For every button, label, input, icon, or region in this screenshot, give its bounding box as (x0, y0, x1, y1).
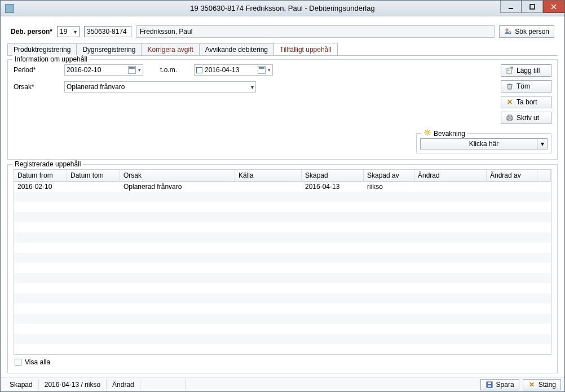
window-title: 19 350630-8174 Fredriksson, Paul - Debit… (190, 4, 374, 12)
table-header: Datum from Datum tom Orsak Källa Skapad … (14, 170, 551, 182)
col-skapad-av[interactable]: Skapad av (364, 170, 414, 181)
person-label: Deb. person* (11, 28, 52, 36)
svg-line-18 (429, 134, 430, 135)
clear-label: Töm (517, 82, 530, 90)
svg-line-19 (425, 134, 426, 135)
maximize-button[interactable] (522, 1, 543, 13)
tab-produktregistrering[interactable]: Produktregistrering (7, 43, 77, 55)
svg-point-12 (426, 131, 429, 134)
col-kalla[interactable]: Källa (235, 170, 302, 181)
show-all-checkbox[interactable] (15, 359, 21, 365)
svg-rect-22 (488, 382, 491, 384)
chevron-down-icon: ▾ (138, 67, 141, 73)
app-icon (5, 4, 14, 13)
century-value: 19 (60, 28, 67, 36)
bevakning-legend: Bevakning (421, 129, 467, 138)
cell-kalla (235, 182, 302, 192)
status-changed-value (140, 380, 186, 390)
cell-spacer (537, 182, 551, 192)
svg-line-20 (429, 130, 430, 131)
calendar-icon (258, 66, 266, 74)
status-created-label: Skapad (4, 380, 39, 390)
col-skapad[interactable]: Skapad (302, 170, 364, 181)
information-fieldset: Information om uppehåll Period* 2016-02-… (7, 59, 558, 160)
calendar-icon (128, 66, 136, 74)
svg-point-5 (509, 32, 511, 34)
col-datum-from[interactable]: Datum from (14, 170, 67, 181)
svg-rect-23 (488, 385, 491, 387)
save-icon (485, 381, 493, 389)
delete-label: Ta bort (517, 98, 537, 106)
close-button[interactable]: ✕ Stäng (523, 379, 561, 390)
svg-point-4 (506, 29, 508, 31)
century-select[interactable]: 19 ▾ (57, 26, 80, 37)
search-person-button[interactable]: Sök person (499, 25, 554, 38)
orsak-label: Orsak* (14, 83, 59, 91)
chevron-down-icon: ▾ (537, 139, 547, 149)
cell-orsak: Oplanerad frånvaro (120, 182, 235, 192)
titlebar: 19 350630-8174 Fredriksson, Paul - Debit… (1, 1, 564, 16)
lightbulb-icon (423, 129, 431, 138)
col-andrad-av[interactable]: Ändrad av (487, 170, 537, 181)
minimize-button[interactable] (500, 1, 522, 13)
uppehall-table: Datum from Datum tom Orsak Källa Skapad … (14, 169, 551, 355)
show-all-label: Visa alla (25, 358, 50, 366)
content-area: Deb. person* 19 ▾ Sök person (1, 16, 564, 377)
bevakning-legend-text: Bevakning (434, 130, 465, 138)
period-to-checkbox[interactable] (196, 67, 202, 73)
cell-skapad: 2016-04-13 (302, 182, 364, 192)
chevron-down-icon: ▾ (268, 67, 271, 73)
col-orsak[interactable]: Orsak (120, 170, 235, 181)
app-window: 19 350630-8174 Fredriksson, Paul - Debit… (0, 0, 565, 392)
add-button[interactable]: + Lägg till (501, 64, 551, 77)
svg-rect-10 (508, 115, 511, 117)
col-datum-tom[interactable]: Datum tom (67, 170, 120, 181)
chevron-down-icon: ▾ (74, 29, 77, 35)
period-to-value: 2016-04-13 (205, 66, 239, 74)
registered-legend: Registrerade uppehåll (12, 160, 83, 168)
tab-dygnsregistrering[interactable]: Dygnsregistrering (76, 43, 142, 55)
action-column: + Lägg till Töm ✕ Ta bort (501, 64, 551, 124)
bevakning-fieldset: Bevakning Klicka här ▾ (416, 133, 551, 153)
save-label: Spara (496, 381, 514, 389)
cell-datum-tom (67, 182, 120, 192)
period-from-value: 2016-02-10 (67, 66, 101, 74)
information-legend: Information om uppehåll (12, 55, 90, 63)
cell-andrad (414, 182, 487, 192)
col-andrad[interactable]: Ändrad (414, 170, 487, 181)
period-to-input[interactable]: 2016-04-13 ▾ (194, 64, 273, 76)
close-label: Stäng (538, 381, 556, 389)
clear-button[interactable]: Töm (501, 80, 551, 93)
status-bar: Skapad 2016-04-13 / riikso Ändrad Spara … (1, 377, 564, 391)
tab-avvikande-debitering[interactable]: Avvikande debitering (199, 43, 274, 55)
trash-icon (506, 82, 514, 90)
delete-button[interactable]: ✕ Ta bort (501, 96, 551, 108)
tab-tillfalligt-uppehall[interactable]: Tillfälligt uppehåll (273, 43, 338, 55)
tom-label: t.o.m. (149, 66, 188, 74)
period-from-input[interactable]: 2016-02-10 ▾ (64, 64, 143, 76)
col-spacer (537, 170, 551, 181)
save-button[interactable]: Spara (480, 379, 519, 390)
delete-icon: ✕ (506, 98, 514, 106)
personal-number-input[interactable] (84, 26, 131, 37)
close-window-button[interactable] (543, 1, 564, 13)
table-row[interactable]: 2016-02-10 Oplanerad frånvaro 2016-04-13… (14, 182, 551, 192)
chevron-down-icon: ▾ (251, 84, 254, 90)
status-changed-label: Ändrad (107, 380, 140, 390)
print-label: Skriv ut (517, 114, 539, 122)
svg-rect-1 (530, 5, 535, 9)
print-button[interactable]: Skriv ut (501, 112, 551, 124)
period-label: Period* (14, 66, 59, 74)
print-icon (506, 114, 514, 122)
bevakning-value: Klicka här (469, 140, 499, 148)
person-name-input[interactable] (136, 25, 495, 38)
svg-text:+: + (507, 68, 510, 73)
orsak-value: Oplanerad frånvaro (67, 83, 125, 91)
svg-rect-11 (508, 119, 511, 121)
bevakning-dropdown[interactable]: Klicka här ▾ (420, 138, 548, 149)
window-controls (500, 1, 564, 16)
orsak-select[interactable]: Oplanerad frånvaro ▾ (64, 81, 256, 93)
tab-korrigera-avgift[interactable]: Korrigera avgift (141, 43, 199, 55)
registered-fieldset: Registrerade uppehåll Datum from Datum t… (7, 164, 558, 373)
table-body: 2016-02-10 Oplanerad frånvaro 2016-04-13… (14, 182, 551, 354)
